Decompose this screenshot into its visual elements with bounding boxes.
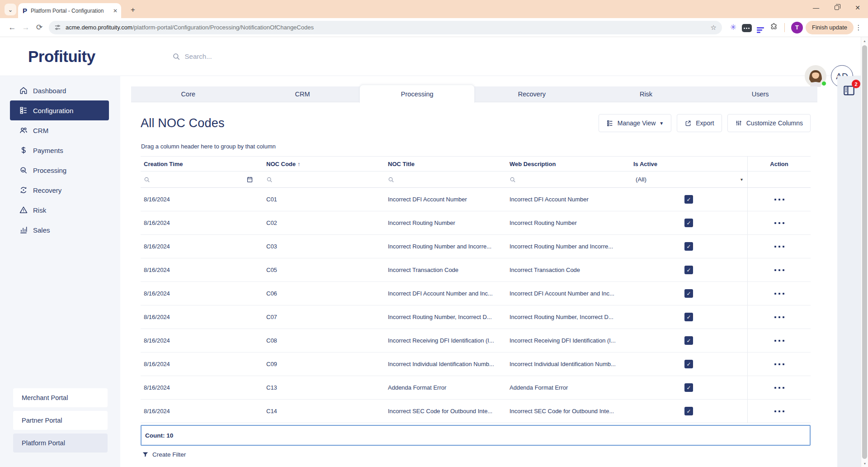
page-scrollbar[interactable]: ▲ ▼ xyxy=(861,37,868,467)
ellipsis-icon xyxy=(774,269,784,271)
row-actions-button[interactable] xyxy=(747,305,811,329)
tab-crm[interactable]: CRM xyxy=(245,86,360,102)
tab-core[interactable]: Core xyxy=(131,86,245,102)
is-active-checkbox[interactable]: ✓ xyxy=(684,383,693,392)
tab-recovery[interactable]: Recovery xyxy=(475,86,589,102)
is-active-checkbox[interactable]: ✓ xyxy=(684,407,693,415)
row-actions-button[interactable] xyxy=(747,329,811,352)
back-button[interactable]: ← xyxy=(5,23,19,32)
forward-button[interactable]: → xyxy=(19,23,33,32)
row-actions-button[interactable] xyxy=(747,282,811,305)
is-active-checkbox[interactable]: ✓ xyxy=(684,360,693,368)
scroll-down-icon[interactable]: ▼ xyxy=(861,460,868,467)
is-active-checkbox[interactable]: ✓ xyxy=(684,289,693,298)
scrollbar-thumb[interactable] xyxy=(862,45,867,459)
tab-close-icon[interactable]: ✕ xyxy=(113,8,118,14)
close-button[interactable]: ✕ xyxy=(847,0,868,15)
scroll-up-icon[interactable]: ▲ xyxy=(861,37,868,44)
table-row[interactable]: 8/16/2024 C07 Incorrect Routing Number, … xyxy=(141,305,811,329)
browser-tab[interactable]: P Platform Portal - Configuration ✕ xyxy=(18,3,121,18)
row-actions-button[interactable] xyxy=(747,188,811,211)
is-active-checkbox[interactable]: ✓ xyxy=(684,219,693,227)
cell-web-description: Incorrect Transaction Code xyxy=(506,267,630,273)
table-row[interactable]: 8/16/2024 C08 Incorrect Receiving DFI Id… xyxy=(141,329,811,353)
sidebar-item-configuration[interactable]: Configuration xyxy=(10,100,109,120)
extension-asterisk-icon[interactable]: ✳ xyxy=(726,23,740,32)
row-actions-button[interactable] xyxy=(747,376,811,399)
is-active-checkbox[interactable]: ✓ xyxy=(684,242,693,251)
finish-update-button[interactable]: Finish update xyxy=(806,21,854,34)
sidebar-item-recovery[interactable]: Recovery xyxy=(10,180,109,200)
row-actions-button[interactable] xyxy=(747,258,811,281)
row-actions-button[interactable] xyxy=(747,353,811,376)
cell-web-description: Incorrect Routing Number xyxy=(506,219,630,226)
tab-search-icon[interactable]: ⌄ xyxy=(5,4,16,15)
search-input[interactable] xyxy=(185,52,330,60)
browser-profile-avatar[interactable]: T xyxy=(791,22,803,33)
sidebar-item-risk[interactable]: Risk xyxy=(10,200,109,220)
side-panel-toggle-button[interactable]: 2 xyxy=(842,83,856,100)
cell-web-description: Incorrect DFI Account Number and Inc... xyxy=(506,290,630,297)
extension-bars-icon[interactable] xyxy=(754,22,767,33)
export-button[interactable]: Export xyxy=(677,114,722,132)
col-header-noc-title[interactable]: NOC Title xyxy=(385,161,506,167)
platform-portal-button[interactable]: Platform Portal xyxy=(13,434,108,453)
tab-risk[interactable]: Risk xyxy=(589,86,703,102)
tab-users[interactable]: Users xyxy=(703,86,817,102)
site-settings-icon[interactable] xyxy=(54,24,61,31)
url-bar[interactable]: acme.demo.profituity.com/platform-portal… xyxy=(49,21,722,34)
merchant-portal-button[interactable]: Merchant Portal xyxy=(13,388,108,407)
filter-web-description[interactable] xyxy=(506,172,630,187)
cell-is-active: ✓ xyxy=(630,289,747,298)
col-header-is-active[interactable]: Is Active xyxy=(630,161,747,167)
tab-processing[interactable]: Processing xyxy=(359,85,475,103)
manage-view-button[interactable]: Manage View ▼ xyxy=(599,114,671,132)
filter-creation-time[interactable] xyxy=(141,172,263,187)
restore-button[interactable] xyxy=(826,0,847,15)
sidebar-item-crm[interactable]: CRM xyxy=(10,120,109,140)
new-tab-button[interactable]: + xyxy=(127,5,138,15)
row-actions-button[interactable] xyxy=(747,235,811,258)
is-active-checkbox[interactable]: ✓ xyxy=(684,195,693,204)
sidebar-item-dashboard[interactable]: Dashboard xyxy=(10,81,109,100)
ellipsis-icon xyxy=(774,410,784,412)
filter-noc-title[interactable] xyxy=(385,172,506,187)
table-row[interactable]: 8/16/2024 C14 Incorrect SEC Code for Out… xyxy=(141,400,811,423)
table-row[interactable]: 8/16/2024 C09 Incorrect Individual Ident… xyxy=(141,353,811,376)
is-active-checkbox[interactable]: ✓ xyxy=(684,313,693,321)
reload-button[interactable]: ⟳ xyxy=(33,23,46,32)
extension-chat-icon[interactable] xyxy=(740,23,754,33)
global-search[interactable] xyxy=(172,52,330,61)
sliders-icon xyxy=(735,119,742,127)
table-row[interactable]: 8/16/2024 C05 Incorrect Transaction Code… xyxy=(141,258,811,282)
user-avatar[interactable] xyxy=(805,65,826,87)
is-active-checkbox[interactable]: ✓ xyxy=(684,266,693,274)
partner-portal-button[interactable]: Partner Portal xyxy=(13,411,108,430)
create-filter-button[interactable]: Create Filter xyxy=(142,451,811,458)
browser-menu-icon[interactable]: ⋮ xyxy=(854,24,863,32)
cell-is-active: ✓ xyxy=(630,219,747,227)
sidebar-item-processing[interactable]: Processing xyxy=(10,160,109,180)
row-actions-button[interactable] xyxy=(747,211,811,234)
col-header-creation-time[interactable]: Creation Time xyxy=(141,161,263,167)
filter-is-active-select[interactable]: (All) ▾ xyxy=(630,172,747,187)
col-header-web-description[interactable]: Web Description xyxy=(506,161,630,167)
sidebar-item-sales[interactable]: Sales xyxy=(10,220,109,240)
filter-noc-code[interactable] xyxy=(263,172,385,187)
minimize-button[interactable]: — xyxy=(806,0,826,15)
configuration-icon xyxy=(19,105,28,115)
is-active-checkbox[interactable]: ✓ xyxy=(684,336,693,345)
table-row[interactable]: 8/16/2024 C03 Incorrect Routing Number a… xyxy=(141,235,811,258)
sidebar-item-payments[interactable]: Payments xyxy=(10,140,109,160)
calendar-icon[interactable] xyxy=(246,176,253,183)
row-actions-button[interactable] xyxy=(747,400,811,423)
table-row[interactable]: 8/16/2024 C01 Incorrect DFI Account Numb… xyxy=(141,188,811,211)
bookmark-star-icon[interactable]: ☆ xyxy=(710,24,716,32)
extensions-puzzle-icon[interactable] xyxy=(767,23,781,33)
table-row[interactable]: 8/16/2024 C06 Incorrect DFI Account Numb… xyxy=(141,282,811,305)
customize-columns-button[interactable]: Customize Columns xyxy=(727,114,811,132)
table-row[interactable]: 8/16/2024 C13 Addenda Format Error Adden… xyxy=(141,376,811,400)
search-icon xyxy=(266,176,273,183)
col-header-noc-code[interactable]: NOC Code↑ xyxy=(263,161,385,167)
table-row[interactable]: 8/16/2024 C02 Incorrect Routing Number I… xyxy=(141,211,811,235)
